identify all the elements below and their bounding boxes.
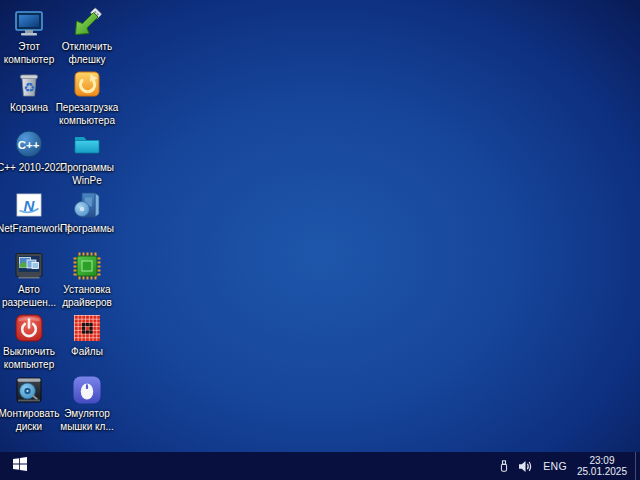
usb-eject-icon: [71, 7, 103, 39]
desktop-icon-label: Установка драйверов: [55, 284, 119, 309]
desktop-icon-label: Авто разрешен...: [0, 284, 61, 309]
desktop-icon-this-computer[interactable]: Этот компьютер: [0, 7, 61, 66]
desktop-icon-programs-winpe[interactable]: Программы WinPe: [55, 128, 119, 187]
folder-icon: [71, 128, 103, 160]
svg-text:♻: ♻: [23, 80, 35, 95]
system-tray: ENG 23:09 25.01.2025: [494, 452, 640, 480]
software-box-icon: [71, 189, 103, 221]
desktop-icon-label: Монтировать диски: [0, 408, 61, 433]
desktop-icon-label: C++ 2010-2022: [0, 162, 61, 175]
desktop-icon-netframework[interactable]: N NetFramework 4: [0, 189, 61, 236]
desktop-icon-label: Программы: [55, 223, 119, 236]
language-indicator[interactable]: ENG: [537, 460, 573, 472]
desktop-icon-label: Отключить флешку: [55, 41, 119, 66]
svg-text:C++: C++: [18, 139, 40, 151]
desktop-icon-label: Файлы: [55, 346, 119, 359]
power-icon: [13, 312, 45, 344]
desktop-icon-label: Корзина: [0, 102, 61, 115]
desktop-icon-shutdown[interactable]: Выключить компьютер: [0, 312, 61, 371]
computer-icon: [13, 7, 45, 39]
cpp-icon: C++: [13, 128, 45, 160]
desktop-icon-label: Выключить компьютер: [0, 346, 61, 371]
clock-date: 25.01.2025: [577, 466, 627, 477]
desktop-icon-label: Этот компьютер: [0, 41, 61, 66]
recycle-bin-icon: ♻: [13, 68, 45, 100]
usb-tray-icon[interactable]: [494, 452, 514, 480]
desktop-icon-mount-disks[interactable]: Монтировать диски: [0, 374, 61, 433]
desktop-icon-eject-usb[interactable]: Отключить флешку: [55, 7, 119, 66]
start-button[interactable]: [0, 452, 40, 480]
desktop-icon-label: NetFramework 4: [0, 223, 61, 236]
desktop-icon-programs[interactable]: Программы: [55, 189, 119, 236]
clock-time: 23:09: [577, 455, 627, 466]
show-desktop-button[interactable]: [635, 452, 640, 480]
volume-icon[interactable]: [514, 452, 537, 480]
desktop-icon-recycle-bin[interactable]: ♻ Корзина: [0, 68, 61, 115]
desktop-icon-label: Программы WinPe: [55, 162, 119, 187]
dotnet-icon: N: [13, 189, 45, 221]
desktop-icon-install-drivers[interactable]: Установка драйверов: [55, 250, 119, 309]
restart-icon: [71, 68, 103, 100]
hdd-icon: [13, 374, 45, 406]
windows-logo-icon: [13, 457, 27, 475]
chip-icon: [71, 250, 103, 282]
desktop-icon-label: Перезагрузка компьютера: [55, 102, 119, 127]
desktop-icon-mouse-emulator[interactable]: Эмулятор мышки кл...: [55, 374, 119, 433]
taskbar: ENG 23:09 25.01.2025: [0, 452, 640, 480]
display-resolution-icon: [13, 250, 45, 282]
desktop-icon-restart[interactable]: Перезагрузка компьютера: [55, 68, 119, 127]
files-grid-icon: [71, 312, 103, 344]
desktop-icon-label: Эмулятор мышки кл...: [55, 408, 119, 433]
svg-text:N: N: [24, 197, 36, 214]
mouse-icon: [71, 374, 103, 406]
desktop-icon-cpp-runtime[interactable]: C++ C++ 2010-2022: [0, 128, 61, 175]
desktop[interactable]: Этот компьютер Отключить флешку: [0, 0, 640, 480]
clock[interactable]: 23:09 25.01.2025: [573, 455, 635, 477]
desktop-icon-auto-resolution[interactable]: Авто разрешен...: [0, 250, 61, 309]
desktop-icon-files[interactable]: Файлы: [55, 312, 119, 359]
